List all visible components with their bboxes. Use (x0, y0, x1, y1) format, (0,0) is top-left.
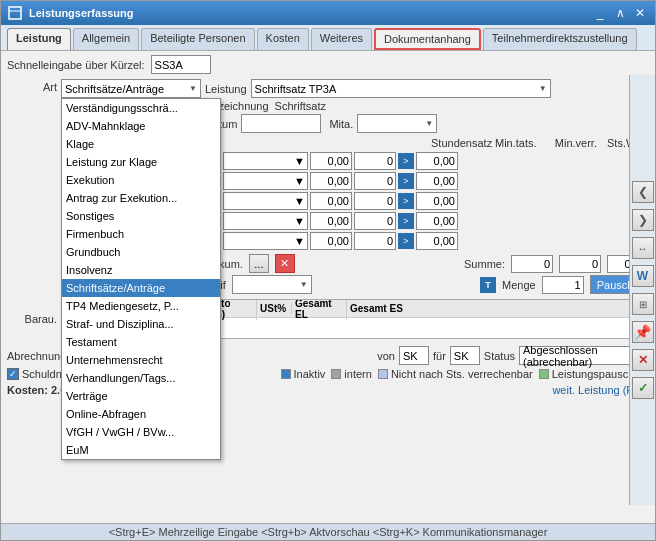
schuldnerkonto-checkbox[interactable]: ✓ (7, 368, 19, 380)
schnelleingabe-input[interactable] (151, 55, 211, 74)
von-sk-dropdown[interactable]: SK (399, 346, 429, 365)
dokum-btn-x[interactable]: ✕ (275, 254, 295, 273)
legend-intern-label: intern (344, 368, 372, 380)
tab-kosten[interactable]: Kosten (257, 28, 309, 50)
statusbar-text: <Strg+E> Mehrzeilige Eingabe <Strg+b> Ak… (109, 526, 548, 538)
art-item-7[interactable]: Firmenbuch (62, 225, 220, 243)
art-item-11[interactable]: TP4 Mediengesetz, P... (62, 297, 220, 315)
row-5-sts-wert[interactable] (416, 232, 458, 250)
window-icon (7, 5, 23, 21)
sidebar-expand-btn[interactable]: ↔ (632, 237, 654, 259)
main-content: Schnelleingabe über Kürzel: Art Schrifts… (1, 51, 655, 523)
row-4-arrow-btn[interactable]: > (398, 213, 414, 229)
summe-label: Summe: (464, 258, 505, 270)
dokum-btn-dots[interactable]: ... (249, 254, 269, 273)
sidebar-confirm-btn[interactable]: ✓ (632, 377, 654, 399)
row-1-arrow: ▼ (294, 155, 305, 167)
mita-arrow-icon: ▼ (425, 119, 433, 128)
row-2-stundensatz[interactable] (310, 172, 352, 190)
row-3-dropdown[interactable]: ▼ (223, 192, 308, 210)
row-1-arrow-btn[interactable]: > (398, 153, 414, 169)
tab-allgemein[interactable]: Allgemein (73, 28, 139, 50)
row-3-arrow-btn[interactable]: > (398, 193, 414, 209)
sidebar-left-btn[interactable]: ❮ (632, 181, 654, 203)
close-button[interactable]: ✕ (631, 5, 649, 21)
leistung-dropdown[interactable]: Schriftsatz TP3A ▼ (251, 79, 551, 98)
fuer-label: für (433, 350, 446, 362)
sidebar-grid-btn[interactable]: ⊞ (632, 293, 654, 315)
row-2-sts-wert[interactable] (416, 172, 458, 190)
row-4-stundensatz[interactable] (310, 212, 352, 230)
art-arrow-icon: ▼ (189, 84, 197, 93)
tarif-dropdown[interactable]: ▼ (232, 275, 312, 294)
titlebar-controls: _ ∧ ✕ (591, 5, 649, 21)
art-item-19[interactable]: EuM (62, 441, 220, 459)
row-4-dropdown[interactable]: ▼ (223, 212, 308, 230)
maximize-button[interactable]: ∧ (611, 5, 629, 21)
row-4-min-tats[interactable] (354, 212, 396, 230)
tab-beteiligte-personen[interactable]: Beteiligte Personen (141, 28, 254, 50)
menge-input[interactable] (542, 276, 584, 294)
row-5-arrow-btn[interactable]: > (398, 233, 414, 249)
row-3-sts-wert[interactable] (416, 192, 458, 210)
tab-dokumentanhang[interactable]: Dokumentanhang (374, 28, 481, 50)
art-item-5[interactable]: Antrag zur Exekution... (62, 189, 220, 207)
row-5-min-tats[interactable] (354, 232, 396, 250)
row-2-dropdown[interactable]: ▼ (223, 172, 308, 190)
art-item-3[interactable]: Leistung zur Klage (62, 153, 220, 171)
art-dropdown-list[interactable]: Verständigungsschrä... ADV-Mahnklage Kla… (61, 98, 221, 460)
art-item-13[interactable]: Testament (62, 333, 220, 351)
svg-rect-0 (9, 7, 21, 19)
row-5-stundensatz[interactable] (310, 232, 352, 250)
row-1-stundensatz[interactable] (310, 152, 352, 170)
art-item-8[interactable]: Grundbuch (62, 243, 220, 261)
art-item-2[interactable]: Klage (62, 135, 220, 153)
fuer-sk-value: SK (454, 350, 469, 362)
art-item-15[interactable]: Verhandlungen/Tags... (62, 369, 220, 387)
status-label: Status (484, 350, 515, 362)
t-btn[interactable]: T (480, 277, 496, 293)
sidebar-right-btn[interactable]: ❯ (632, 209, 654, 231)
art-item-4[interactable]: Exekution (62, 171, 220, 189)
legend-inaktiv-label: Inaktiv (294, 368, 326, 380)
tarif-arrow-icon: ▼ (300, 280, 308, 289)
art-item-1[interactable]: ADV-Mahnklage (62, 117, 220, 135)
art-item-14[interactable]: Unternehmensrecht (62, 351, 220, 369)
sidebar-close-btn[interactable]: ✕ (632, 349, 654, 371)
art-item-6[interactable]: Sonstiges (62, 207, 220, 225)
art-item-10[interactable]: Schriftsätze/Anträge (62, 279, 220, 297)
summe-val2[interactable] (559, 255, 601, 273)
art-item-0[interactable]: Verständigungsschrä... (62, 99, 220, 117)
tab-weiteres[interactable]: Weiteres (311, 28, 372, 50)
row-3-min-tats[interactable] (354, 192, 396, 210)
tab-leistung[interactable]: Leistung (7, 28, 71, 50)
sidebar-word-btn[interactable]: W (632, 265, 654, 287)
sidebar-pin-btn[interactable]: 📌 (632, 321, 654, 343)
th-min-tats: Min.tats. (495, 137, 535, 149)
row-2-min-tats[interactable] (354, 172, 396, 190)
von-sk-value: SK (403, 350, 418, 362)
legend-nicht-nach-box (378, 369, 388, 379)
row-1-sts-wert[interactable] (416, 152, 458, 170)
row-1-min-tats[interactable] (354, 152, 396, 170)
row-4-sts-wert[interactable] (416, 212, 458, 230)
summe-val1[interactable] (511, 255, 553, 273)
art-dropdown[interactable]: Schriftsätze/Anträge ▼ (61, 79, 201, 98)
row-5-dropdown[interactable]: ▼ (223, 232, 308, 250)
tab-teilnehmer[interactable]: Teilnehmerdirektszustellung (483, 28, 637, 50)
legend-pauschale-box (539, 369, 549, 379)
row-3-stundensatz[interactable] (310, 192, 352, 210)
art-item-9[interactable]: Insolvenz (62, 261, 220, 279)
art-item-17[interactable]: Online-Abfragen (62, 405, 220, 423)
minimize-button[interactable]: _ (591, 5, 609, 21)
mita-dropdown[interactable]: ▼ (357, 114, 437, 133)
schnelleingabe-row: Schnelleingabe über Kürzel: (7, 55, 649, 74)
row-1-dropdown[interactable]: ▼ (223, 152, 308, 170)
art-item-12[interactable]: Straf- und Disziplina... (62, 315, 220, 333)
art-item-18[interactable]: VfGH / VwGH / BVw... (62, 423, 220, 441)
fuer-sk-dropdown[interactable]: SK (450, 346, 480, 365)
row-2-arrow-btn[interactable]: > (398, 173, 414, 189)
datum-input[interactable] (241, 114, 321, 133)
art-item-16[interactable]: Verträge (62, 387, 220, 405)
tab-bar: Leistung Allgemein Beteiligte Personen K… (1, 25, 655, 51)
